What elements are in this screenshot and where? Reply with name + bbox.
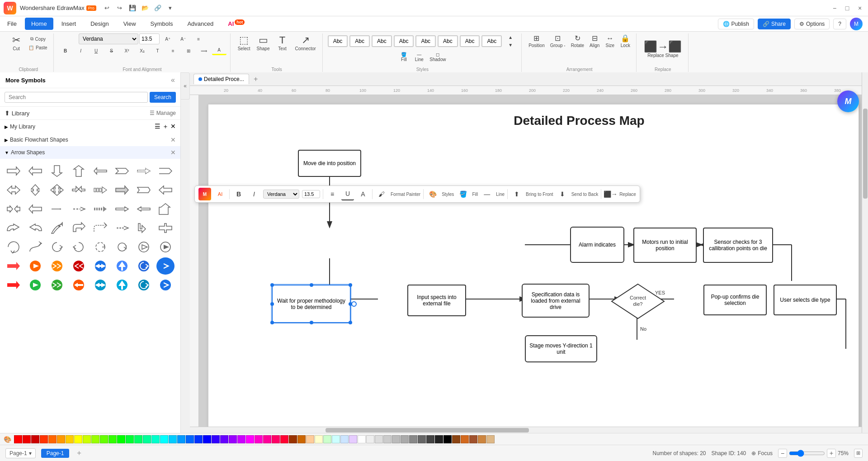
share-button[interactable]: 🔗 Share: [758, 19, 791, 29]
color-swatch-41[interactable]: [366, 435, 374, 443]
menu-design[interactable]: Design: [84, 18, 115, 30]
zoom-out-btn[interactable]: −: [778, 449, 787, 458]
color-swatch-17[interactable]: [160, 435, 168, 443]
vscroll-thumb[interactable]: [863, 109, 868, 199]
ai-corner-button[interactable]: M: [837, 90, 859, 112]
shape-ring-arrow[interactable]: [113, 238, 131, 256]
color-swatch-50[interactable]: [443, 435, 452, 443]
shape-s-curve[interactable]: [26, 238, 44, 256]
indent-btn[interactable]: ⟹: [197, 47, 211, 55]
underline-btn[interactable]: U: [89, 47, 104, 55]
font-family-select[interactable]: VerdanaArialTimes New Roman: [79, 33, 138, 44]
shape-double-left[interactable]: [26, 200, 44, 218]
stage-moves-box[interactable]: Stage moves Y-direction 1 unit: [525, 335, 597, 362]
color-swatch-26[interactable]: [237, 435, 245, 443]
bold-btn[interactable]: B: [58, 47, 73, 55]
add-tab-btn[interactable]: +: [251, 74, 261, 84]
spec-data-box[interactable]: Specification data is loaded from extern…: [522, 284, 590, 318]
color-swatch-55[interactable]: [486, 435, 495, 443]
shape-right-notch[interactable]: [113, 162, 131, 180]
connector-tool-btn[interactable]: ↗ Connector: [292, 33, 319, 53]
basic-flowchart-close-btn[interactable]: ✕: [170, 136, 176, 143]
color-swatch-7[interactable]: [74, 435, 82, 443]
shape-up-diag[interactable]: [156, 200, 175, 218]
page-dropdown-icon[interactable]: ▾: [29, 450, 32, 456]
close-button[interactable]: ×: [855, 4, 864, 13]
line-btn[interactable]: — Line: [412, 51, 426, 63]
color-swatch-34[interactable]: [306, 435, 314, 443]
size-btn[interactable]: ↔Size: [603, 33, 617, 49]
ft-font-select[interactable]: Verdana: [263, 190, 299, 199]
strikethrough-btn[interactable]: S: [104, 47, 119, 55]
shape-circular[interactable]: [91, 238, 109, 256]
color-swatch-32[interactable]: [289, 435, 297, 443]
color-swatch-15[interactable]: [143, 435, 151, 443]
color-swatch-54[interactable]: [478, 435, 486, 443]
motors-box[interactable]: Motors run to initial position: [633, 228, 697, 263]
color-swatch-11[interactable]: [108, 435, 117, 443]
shape-back-slim[interactable]: [135, 200, 153, 218]
shape-zigzag[interactable]: [91, 219, 109, 237]
align-btn[interactable]: ≡: [191, 35, 206, 43]
style-box-1[interactable]: Abc: [328, 35, 348, 47]
ft-fill[interactable]: 🪣: [457, 188, 469, 200]
shape-quad-arrow[interactable]: [48, 181, 66, 199]
shape-arrow-red[interactable]: [5, 257, 23, 275]
shape-up-arrow[interactable]: [70, 162, 88, 180]
color-swatch-40[interactable]: [358, 435, 366, 443]
fill-btn[interactable]: 🪣 Fill: [396, 51, 411, 63]
redo-button[interactable]: ↪: [114, 3, 125, 14]
styles-up-btn[interactable]: ▲: [503, 33, 518, 41]
ft-italic[interactable]: I: [248, 188, 260, 200]
color-swatch-39[interactable]: [349, 435, 357, 443]
shape-dashed-arrow[interactable]: [70, 200, 88, 218]
my-library-close-btn[interactable]: ✕: [170, 123, 176, 131]
menu-ai[interactable]: AIhot: [222, 17, 251, 30]
my-library-section[interactable]: ▶ My Library ☰ ＋ ✕: [0, 120, 180, 133]
color-swatch-48[interactable]: [426, 435, 434, 443]
ft-replace[interactable]: ⬛→: [604, 188, 617, 200]
alarm-box[interactable]: Alarm indicates: [570, 227, 624, 263]
shape-up-blue[interactable]: [113, 257, 131, 275]
canvas-tab-1[interactable]: Detailed Proce...: [193, 74, 249, 84]
decrease-font-btn[interactable]: A⁻: [176, 35, 190, 43]
color-swatch-47[interactable]: [418, 435, 426, 443]
sidebar-collapse-btn[interactable]: «: [171, 76, 175, 84]
minimize-button[interactable]: −: [830, 4, 839, 13]
color-swatch-38[interactable]: [340, 435, 349, 443]
shape-dots-arrow[interactable]: [113, 219, 131, 237]
ft-edraw-ai[interactable]: AI: [214, 188, 226, 200]
ft-send-back[interactable]: ⬇: [556, 188, 569, 200]
shape-curved-up[interactable]: [48, 219, 66, 237]
my-library-add-btn[interactable]: ＋: [162, 123, 169, 131]
popup-box[interactable]: Pop-up confirms die selection: [703, 285, 767, 315]
color-swatch-8[interactable]: [83, 435, 91, 443]
shape-left-arrow2[interactable]: [91, 162, 109, 180]
list2-btn[interactable]: ⊞: [181, 47, 196, 55]
shape-right-arrow[interactable]: [5, 162, 23, 180]
paste-button[interactable]: 📋Paste: [26, 44, 50, 52]
color-swatch-37[interactable]: [332, 435, 340, 443]
user-selects-box[interactable]: User selects die type: [774, 285, 837, 315]
zoom-in-btn[interactable]: ＋: [827, 449, 836, 458]
ft-bring-front[interactable]: ⬆: [510, 188, 523, 200]
arrow-shapes-close-btn[interactable]: ✕: [170, 149, 176, 156]
ft-format-painter[interactable]: 🖌: [375, 188, 388, 200]
shape-play-filled[interactable]: [156, 238, 175, 256]
shape-down-arrow[interactable]: [48, 162, 66, 180]
basic-flowchart-section[interactable]: ▶ Basic Flowchart Shapes ✕: [0, 133, 180, 146]
color-swatch-28[interactable]: [255, 435, 263, 443]
color-swatch-27[interactable]: [246, 435, 254, 443]
page-nav-btn[interactable]: Page-1 ▾: [5, 448, 36, 458]
color-swatch-52[interactable]: [461, 435, 469, 443]
color-swatch-21[interactable]: [194, 435, 203, 443]
shadow-btn[interactable]: ◻ Shadow: [427, 51, 448, 63]
color-swatch-10[interactable]: [100, 435, 108, 443]
color-swatch-4[interactable]: [48, 435, 57, 443]
shape-multi-arrow[interactable]: [70, 181, 88, 199]
input-spects-box[interactable]: Input spects into external file: [407, 285, 466, 316]
color-swatch-16[interactable]: [151, 435, 160, 443]
color-swatch-30[interactable]: [272, 435, 280, 443]
shape-curved-right[interactable]: [5, 219, 23, 237]
replace-shape-btn[interactable]: ⬛→⬛ Replace Shape: [641, 33, 684, 65]
